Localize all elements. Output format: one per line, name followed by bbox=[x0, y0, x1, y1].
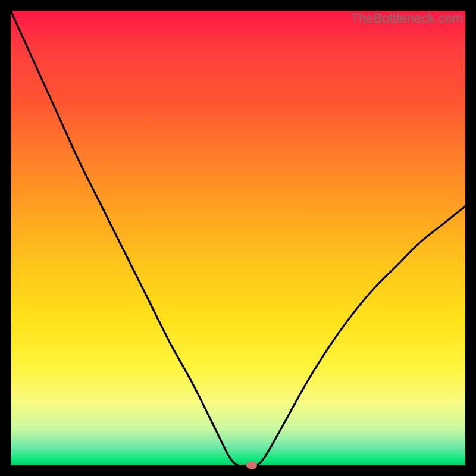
chart-container: TheBottleneck.com bbox=[0, 0, 476, 476]
curve-svg bbox=[11, 11, 465, 465]
bottleneck-curve bbox=[11, 11, 465, 465]
watermark-text: TheBottleneck.com bbox=[351, 11, 463, 26]
optimal-point-marker bbox=[246, 462, 257, 469]
plot-area: TheBottleneck.com bbox=[11, 11, 465, 465]
